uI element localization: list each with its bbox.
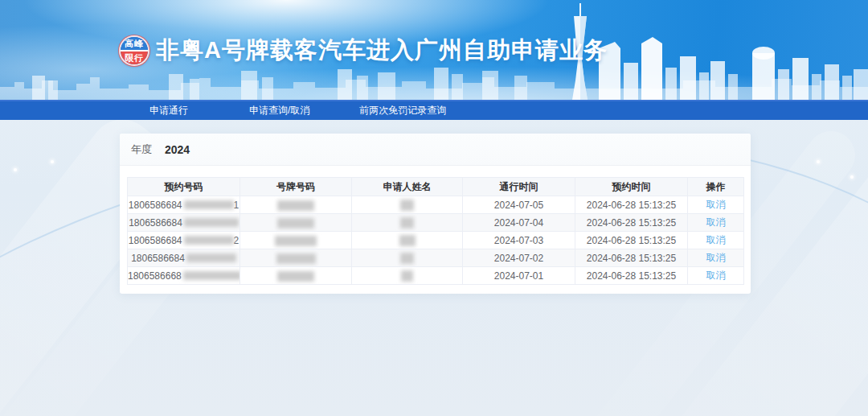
- page-title: 非粤A号牌载客汽车进入广州自助申请业务: [156, 35, 608, 67]
- redacted-reservation-digits: [183, 271, 240, 280]
- query-result-card: 年度 2024 预约号码 号牌号码 申请人姓名 通行时间 预约时间 操作: [120, 134, 751, 294]
- nav-item-apply-pass[interactable]: 申请通行: [149, 104, 188, 117]
- cell-reservation-no: 18065866842: [128, 232, 240, 249]
- col-header-actions: 操作: [688, 178, 744, 196]
- col-header-booked-time: 预约时间: [575, 178, 688, 196]
- cell-action: 取消: [688, 196, 744, 214]
- sparkle-dot: [14, 168, 17, 171]
- redacted-reservation-digits: [184, 200, 234, 209]
- cancel-link[interactable]: 取消: [706, 234, 726, 245]
- table-row: 18065866842 2024-07-03 2024-06-28 15:13:…: [128, 232, 744, 249]
- cell-plate-no: [240, 249, 352, 267]
- cell-applicant-name: [352, 196, 463, 214]
- cell-plate-no: [240, 196, 352, 214]
- redacted-plate: [277, 218, 314, 229]
- cell-booked-time: 2024-06-28 15:13:25: [575, 232, 688, 249]
- cancel-link[interactable]: 取消: [706, 216, 726, 228]
- cell-booked-time: 2024-06-28 15:13:25: [575, 267, 688, 285]
- badge-top-label: 高峰: [121, 37, 148, 51]
- cell-booked-time: 2024-06-28 15:13:25: [575, 249, 688, 267]
- nav-item-exempt-records[interactable]: 前两次免罚记录查询: [359, 104, 446, 117]
- table-row: 18065866841 2024-07-05 2024-06-28 15:13:…: [128, 196, 744, 214]
- cell-reservation-no: 18065866841: [128, 196, 240, 214]
- redacted-plate: [275, 236, 317, 246]
- cancel-link[interactable]: 取消: [706, 199, 726, 210]
- year-label: 年度: [131, 142, 152, 157]
- peak-restriction-badge-icon: 高峰 限行: [119, 35, 149, 66]
- cell-applicant-name: [352, 214, 463, 232]
- redacted-reservation-digits: [184, 236, 234, 245]
- cell-applicant-name: [352, 232, 463, 249]
- redacted-reservation-digits: [186, 253, 236, 262]
- cell-plate-no: [240, 214, 352, 232]
- table-header-row: 预约号码 号牌号码 申请人姓名 通行时间 预约时间 操作: [128, 178, 744, 196]
- col-header-reservation-no: 预约号码: [128, 178, 240, 196]
- badge-bottom-label: 限行: [121, 51, 148, 64]
- cell-booked-time: 2024-06-28 15:13:25: [575, 214, 688, 232]
- cell-booked-time: 2024-06-28 15:13:25: [575, 196, 688, 214]
- cancel-link[interactable]: 取消: [706, 252, 726, 263]
- cell-applicant-name: [352, 267, 463, 285]
- year-value[interactable]: 2024: [165, 143, 190, 156]
- cell-action: 取消: [688, 267, 744, 285]
- cell-applicant-name: [352, 249, 463, 267]
- cell-action: 取消: [688, 249, 744, 267]
- cell-pass-date: 2024-07-01: [463, 267, 575, 285]
- cell-action: 取消: [688, 232, 744, 249]
- sparkle-dot: [850, 175, 854, 179]
- redacted-name: [400, 253, 414, 264]
- redacted-plate: [277, 200, 314, 211]
- reservations-table: 预约号码 号牌号码 申请人姓名 通行时间 预约时间 操作 18065866841…: [127, 177, 744, 285]
- redacted-name: [399, 235, 416, 246]
- redacted-name: [400, 200, 414, 211]
- cell-pass-date: 2024-07-04: [463, 214, 575, 232]
- table-row: 1806586684 2024-07-04 2024-06-28 15:13:2…: [128, 214, 744, 232]
- sparkle-dot: [51, 160, 54, 163]
- year-filter-row: 年度 2024: [120, 134, 751, 166]
- brand: 高峰 限行 非粤A号牌载客汽车进入广州自助申请业务: [119, 35, 608, 67]
- cell-action: 取消: [688, 214, 744, 232]
- cell-pass-date: 2024-07-02: [463, 249, 575, 267]
- cell-reservation-no: 1806586684: [128, 249, 240, 267]
- cell-pass-date: 2024-07-05: [463, 196, 575, 214]
- redacted-name: [400, 217, 414, 229]
- col-header-plate-no: 号牌号码: [240, 178, 352, 196]
- sparkle-dot: [817, 160, 820, 163]
- col-header-applicant-name: 申请人姓名: [352, 178, 463, 196]
- table-row: 1806586668 2024-07-01 2024-06-28 15:13:2…: [128, 267, 744, 285]
- cell-pass-date: 2024-07-03: [463, 232, 575, 249]
- cell-reservation-no: 1806586684: [128, 214, 240, 232]
- redacted-reservation-digits: [184, 218, 239, 227]
- cancel-link[interactable]: 取消: [706, 270, 726, 281]
- redacted-plate: [277, 271, 314, 282]
- cell-reservation-no: 1806586668: [128, 267, 240, 285]
- header-banner: 高峰 限行 非粤A号牌载客汽车进入广州自助申请业务: [0, 0, 868, 100]
- redacted-name: [401, 270, 413, 282]
- redacted-plate: [276, 253, 316, 264]
- table-row: 1806586684 2024-07-02 2024-06-28 15:13:2…: [128, 249, 744, 267]
- cell-plate-no: [240, 267, 352, 285]
- cell-plate-no: [240, 232, 352, 249]
- col-header-pass-date: 通行时间: [463, 178, 575, 196]
- nav-item-query-cancel[interactable]: 申请查询/取消: [249, 104, 309, 117]
- main-navbar: 申请通行 申请查询/取消 前两次免罚记录查询: [0, 100, 868, 120]
